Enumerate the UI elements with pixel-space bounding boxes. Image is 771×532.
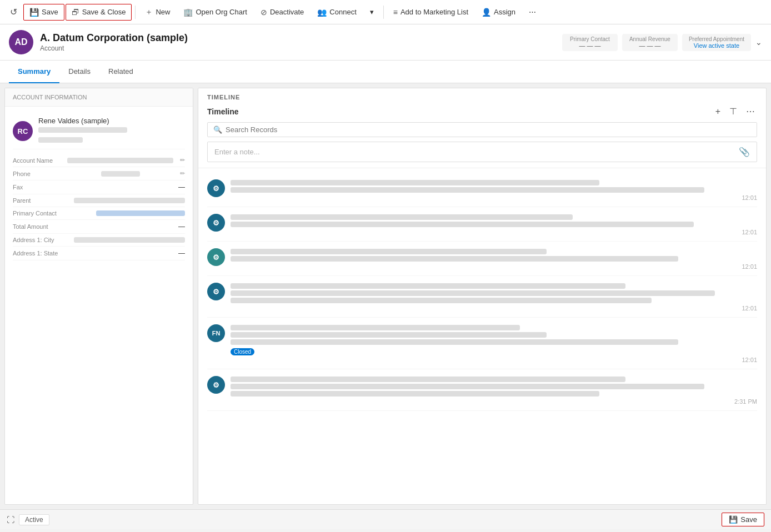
timeline-item-time: 12:01 [231,263,757,270]
toolbar: ↺ 💾 Save 🗗 Save & Close ＋ New 🏢 Open Org… [0,0,771,24]
timeline-title: Timeline [207,107,239,116]
connect-label: Connect [329,8,356,16]
more-options-button[interactable]: ⋯ [523,4,542,20]
tab-summary[interactable]: Summary [9,61,59,83]
timeline-item-content: 12:01 [231,282,757,312]
assign-button[interactable]: 👤 Assign [475,4,522,21]
timeline-item-time: 12:01 [231,194,757,201]
timeline-item-title [231,325,757,330]
timeline-item-title [231,283,757,289]
chevron-down-icon: ▾ [370,8,374,16]
timeline-item-time: 12:01 [231,357,757,363]
new-icon: ＋ [145,7,153,17]
expand-icon[interactable]: ⛶ [7,515,14,524]
header-chips: Primary Contact — — — Annual Revenue — —… [562,34,762,51]
deactivate-button[interactable]: ⊘ Deactivate [254,4,310,21]
org-chart-button[interactable]: 🏢 Open Org Chart [177,4,253,21]
marketing-button[interactable]: ≡ Add to Marketing List [387,4,474,21]
header-expand-button[interactable]: ⌄ [755,38,762,47]
connect-button[interactable]: 👥 Connect [311,4,362,21]
timeline-item-content: 12:01 [231,247,757,270]
timeline-note-input[interactable]: Enter a note... 📎 [207,142,757,162]
search-icon: 🔍 [213,126,222,134]
contact-name[interactable]: Rene Valdes (sample) [38,117,127,125]
dropdown-button[interactable]: ▾ [364,4,380,20]
chip-preferred[interactable]: Preferred Appointment View active state [682,34,751,51]
timeline-item: FN Closed 12:01 [207,318,757,369]
chip2-value: — — — [639,42,660,49]
timeline-add-button[interactable]: + [713,106,723,118]
timeline-item-content: 12:01 [231,213,757,235]
separator-2 [383,6,384,19]
field-row-parent: Parent [13,194,185,207]
field-row-primary-contact: Primary Contact [13,207,185,220]
timeline-badge: Closed [231,347,757,355]
timeline-item-title [231,377,757,382]
field-row-address-state: Address 1: State — [13,247,185,260]
timeline-item-time: 12:01 [231,305,757,312]
fields-section: Account Name ✏ Phone ✏ Fax — Parent [13,154,185,260]
timeline-more-button[interactable]: ⋯ [744,105,757,118]
contact-row: RC Rene Valdes (sample) [13,113,185,149]
tab-related[interactable]: Related [99,61,142,83]
parent-value [74,198,185,203]
timeline-item: ⚙ 12:01 [207,242,757,276]
contact-info: Rene Valdes (sample) [38,117,127,145]
timeline-search-bar: 🔍 [207,122,757,137]
save-label: Save [42,8,58,16]
org-chart-label: Open Org Chart [196,8,247,16]
save-close-label: Save & Close [82,8,126,16]
left-panel-header: ACCOUNT INFORMATION [5,88,193,107]
timeline-avatar: ⚙ [207,376,225,394]
timeline-item-desc [231,290,757,303]
timeline-avatar: ⚙ [207,248,225,266]
marketing-icon: ≡ [393,8,398,17]
city-value [74,237,185,243]
field-row-total-amount: Total Amount — [13,220,185,234]
timeline-header: TIMELINE Timeline + ⊤ ⋯ 🔍 En [198,88,766,168]
timeline-item-title [231,214,757,220]
timeline-item-content: 2:31 PM [231,375,757,405]
chip-primary-contact: Primary Contact — — — [562,34,618,51]
record-title-area: A. Datum Corporation (sample) Account [40,32,555,52]
new-button[interactable]: ＋ New [139,3,176,21]
save-button[interactable]: 💾 Save [23,4,64,21]
assign-icon: 👤 [482,8,491,17]
record-title: A. Datum Corporation (sample) [40,32,555,44]
assign-label: Assign [494,8,515,16]
deactivate-label: Deactivate [270,8,304,16]
new-label: New [156,8,170,16]
status-save-button[interactable]: 💾 Save [722,513,764,526]
chip1-value: — — — [579,42,600,49]
tabs-bar: Summary Details Related [0,61,771,83]
marketing-label: Add to Marketing List [400,8,468,16]
main-content: ACCOUNT INFORMATION RC Rene Valdes (samp… [0,83,771,509]
save-close-button[interactable]: 🗗 Save & Close [66,4,132,21]
field-row-account-name: Account Name ✏ [13,154,185,167]
timeline-item-desc [231,384,757,397]
chip3-label: Preferred Appointment [689,36,744,42]
edit-icon[interactable]: ✏ [180,157,185,164]
timeline-avatar: FN [207,324,225,342]
timeline-actions: + ⊤ ⋯ [713,105,757,118]
edit-icon[interactable]: ✏ [180,170,185,177]
timeline-title-row: TIMELINE [207,94,757,101]
primary-contact-value[interactable] [96,210,185,216]
contact-email-blurred [38,127,127,133]
status-bar: ⛶ Active 💾 Save [0,509,771,529]
timeline-avatar: ⚙ [207,283,225,300]
timeline-section-label: TIMELINE [207,94,240,101]
history-button[interactable]: ↺ [4,3,22,21]
field-row-fax: Fax — [13,180,185,194]
phone-value [101,171,140,177]
timeline-avatar: ⚙ [207,179,225,197]
timeline-controls-row: Timeline + ⊤ ⋯ [207,105,757,118]
field-row-address-city: Address 1: City [13,234,185,247]
timeline-filter-button[interactable]: ⊤ [727,105,739,118]
timeline-body: ⚙ 12:01 ⚙ [198,168,766,504]
save-close-icon: 🗗 [72,8,79,17]
tab-details[interactable]: Details [59,61,99,83]
record-header: AD A. Datum Corporation (sample) Account… [0,24,771,61]
attach-icon[interactable]: 📎 [739,147,750,157]
search-input[interactable] [226,126,751,134]
